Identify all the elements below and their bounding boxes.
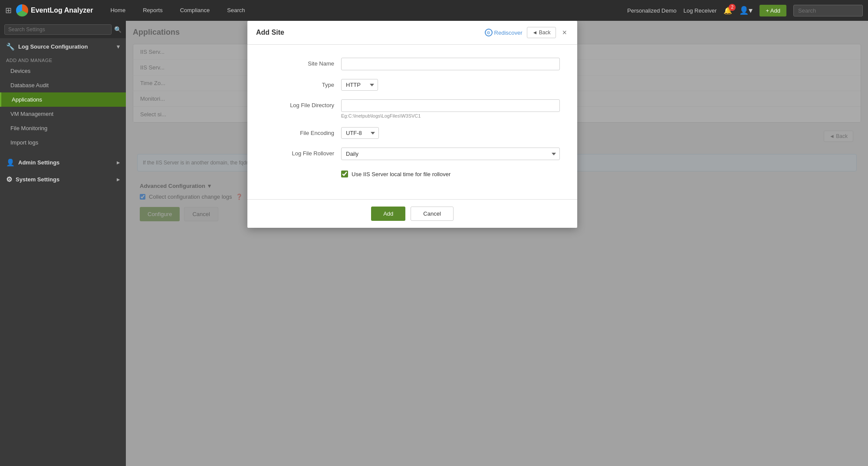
site-name-input[interactable]	[341, 58, 560, 70]
iis-local-time-row: Use IIS Server local time for file rollo…	[265, 169, 560, 177]
personalized-demo-link[interactable]: Personalized Demo	[627, 7, 676, 14]
sidebar: 🔍 🔧 Log Source Configuration ▾ Add and M…	[0, 21, 126, 466]
nav-tabs: Home Reports Compliance Search	[102, 0, 253, 21]
rediscover-link[interactable]: ⚙ Rediscover	[485, 29, 523, 36]
log-file-directory-hint: Eg:C:\Inetpub\logs\LogFiles\W3SVC1	[341, 113, 560, 118]
type-label: Type	[265, 79, 334, 88]
add-site-modal: Add Site ⚙ Rediscover ◄ Back × Site Name	[247, 21, 577, 228]
modal-add-button[interactable]: Add	[371, 207, 405, 221]
modal-back-button[interactable]: ◄ Back	[527, 27, 556, 38]
iis-local-time-checkbox-row: Use IIS Server local time for file rollo…	[341, 171, 560, 177]
modal-title: Add Site	[256, 29, 480, 36]
log-file-directory-input[interactable]	[341, 99, 560, 112]
file-encoding-row: File Encoding UTF-8 UTF-16 ASCII	[265, 127, 560, 139]
type-select[interactable]: HTTP HTTPS FTP	[341, 79, 378, 91]
nav-tab-compliance[interactable]: Compliance	[171, 0, 219, 21]
sidebar-item-file-monitoring[interactable]: File Monitoring	[0, 121, 126, 135]
chevron-down-icon: ▾	[117, 43, 120, 50]
site-name-label: Site Name	[265, 58, 334, 67]
system-chevron-icon: ▸	[117, 176, 120, 183]
log-file-rollover-row: Log File Rollover Daily Weekly Monthly H…	[265, 148, 560, 160]
admin-settings-icon: 👤	[6, 158, 15, 167]
nav-right: Personalized Demo Log Receiver 🔔 2 👤▾ + …	[627, 5, 863, 16]
system-settings-label: System Settings	[16, 176, 59, 183]
search-input[interactable]	[793, 5, 863, 16]
nav-tab-search[interactable]: Search	[218, 0, 253, 21]
add-button[interactable]: + Add	[760, 5, 786, 16]
notification-bell[interactable]: 🔔 2	[723, 7, 732, 15]
sidebar-search-row: 🔍	[0, 21, 126, 38]
top-nav: ⊞ EventLog Analyzer Home Reports Complia…	[0, 0, 868, 21]
log-file-directory-control: Eg:C:\Inetpub\logs\LogFiles\W3SVC1	[341, 99, 560, 118]
type-control: HTTP HTTPS FTP	[341, 79, 560, 91]
file-encoding-select[interactable]: UTF-8 UTF-16 ASCII	[341, 127, 379, 139]
main-layout: 🔍 🔧 Log Source Configuration ▾ Add and M…	[0, 21, 868, 466]
sidebar-item-vm-management[interactable]: VM Management	[0, 107, 126, 121]
type-row: Type HTTP HTTPS FTP	[265, 79, 560, 91]
iis-local-time-label: Use IIS Server local time for file rollo…	[352, 171, 450, 177]
log-source-config-header[interactable]: 🔧 Log Source Configuration ▾	[0, 38, 126, 55]
nav-tab-reports[interactable]: Reports	[134, 0, 171, 21]
site-name-row: Site Name	[265, 58, 560, 70]
gear-icon: ⚙	[485, 29, 493, 36]
nav-tab-home[interactable]: Home	[102, 0, 134, 21]
sidebar-item-import-logs[interactable]: Import logs	[0, 135, 126, 150]
notification-badge: 2	[729, 4, 736, 11]
log-receiver-link[interactable]: Log Receiver	[684, 7, 717, 14]
sidebar-search-input[interactable]	[4, 24, 112, 35]
sidebar-item-devices[interactable]: Devices	[0, 64, 126, 78]
app-name: EventLog Analyzer	[31, 7, 93, 14]
modal-cancel-button[interactable]: Cancel	[411, 207, 453, 221]
app-logo: EventLog Analyzer	[16, 4, 93, 16]
modal-footer: Add Cancel	[247, 199, 577, 228]
grid-icon[interactable]: ⊞	[5, 6, 12, 15]
log-file-rollover-control: Daily Weekly Monthly Hourly	[341, 148, 560, 160]
add-and-manage-label: Add and Manage	[0, 55, 126, 64]
log-file-directory-label: Log File Directory	[265, 99, 334, 108]
system-settings-icon: ⚙	[6, 175, 12, 184]
log-source-icon: 🔧	[6, 43, 15, 51]
modal-body: Site Name Type HTTP HTTPS FTP	[247, 45, 577, 199]
iis-local-time-checkbox[interactable]	[341, 171, 348, 177]
iis-local-time-control: Use IIS Server local time for file rollo…	[341, 169, 560, 177]
user-avatar[interactable]: 👤▾	[739, 6, 753, 15]
file-encoding-label: File Encoding	[265, 127, 334, 136]
site-name-control	[341, 58, 560, 70]
modal-header: Add Site ⚙ Rediscover ◄ Back ×	[247, 21, 577, 45]
admin-chevron-icon: ▸	[117, 159, 120, 166]
iis-local-time-spacer	[265, 169, 334, 171]
file-encoding-control: UTF-8 UTF-16 ASCII	[341, 127, 560, 139]
rediscover-label: Rediscover	[494, 30, 523, 36]
main-content: Applications IIS Serv... IIS Serv... Tim…	[126, 21, 868, 466]
log-source-config-label: Log Source Configuration	[18, 43, 88, 50]
sidebar-item-applications[interactable]: Applications	[0, 92, 126, 107]
sidebar-bottom: 👤 Admin Settings ▸ ⚙ System Settings ▸	[0, 154, 126, 188]
log-file-directory-row: Log File Directory Eg:C:\Inetpub\logs\Lo…	[265, 99, 560, 118]
logo-icon	[16, 4, 28, 16]
admin-settings-header[interactable]: 👤 Admin Settings ▸	[0, 154, 126, 171]
modal-close-button[interactable]: ×	[560, 28, 569, 37]
log-file-rollover-label: Log File Rollover	[265, 148, 334, 157]
sidebar-search-icon: 🔍	[114, 26, 122, 33]
log-file-rollover-select[interactable]: Daily Weekly Monthly Hourly	[341, 148, 560, 160]
admin-settings-label: Admin Settings	[18, 159, 59, 166]
system-settings-header[interactable]: ⚙ System Settings ▸	[0, 171, 126, 188]
sidebar-item-database-audit[interactable]: Database Audit	[0, 78, 126, 92]
